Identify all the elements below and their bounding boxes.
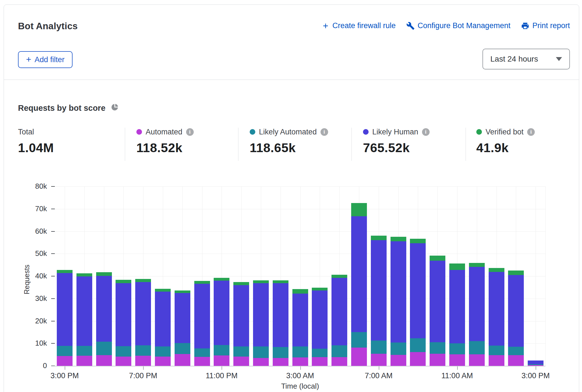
bar-segment-likely-automated bbox=[96, 342, 112, 355]
bar-segment-likely-automated bbox=[135, 345, 151, 356]
bar-segment-likely-automated bbox=[410, 338, 426, 352]
action-create-firewall-rule[interactable]: Create firewall rule bbox=[322, 21, 396, 30]
stat-total: Total 1.04M bbox=[18, 127, 54, 155]
stat-divider bbox=[351, 128, 352, 161]
bar-segment-likely-human bbox=[116, 283, 131, 346]
bar-segment-likely-automated bbox=[312, 349, 328, 357]
bar-segment-verified-bot bbox=[430, 256, 445, 261]
y-tick bbox=[51, 253, 55, 254]
bar-segment-likely-automated bbox=[351, 332, 367, 348]
bar-segment-automated bbox=[489, 355, 504, 366]
bar-segment-automated bbox=[371, 354, 387, 366]
y-axis-label: 50k bbox=[13, 249, 47, 258]
x-tick bbox=[143, 366, 144, 370]
bar-segment-verified-bot bbox=[233, 282, 249, 285]
stat-divider bbox=[238, 128, 238, 161]
bar-segment-likely-human bbox=[371, 240, 387, 341]
stat-label: Verified bot bbox=[486, 128, 524, 136]
bar-segment-verified-bot bbox=[155, 289, 171, 292]
time-range-value: Last 24 hours bbox=[490, 55, 556, 64]
bar-segment-automated bbox=[273, 358, 288, 366]
bar-segment-verified-bot bbox=[391, 237, 406, 241]
bar-segment-likely-automated bbox=[214, 345, 229, 355]
bar-segment-verified-bot bbox=[253, 280, 269, 283]
page-title: Bot Analytics bbox=[18, 21, 78, 31]
stacked-bar bbox=[57, 270, 73, 366]
stacked-bar bbox=[214, 278, 229, 366]
bar-segment-likely-human bbox=[508, 275, 524, 347]
bar-segment-verified-bot bbox=[410, 239, 426, 243]
legend-dot bbox=[363, 129, 369, 135]
stats-row: Total 1.04M Automatedi118.52kLikely Auto… bbox=[0, 127, 582, 162]
stacked-bar bbox=[449, 263, 465, 366]
bar-segment-automated bbox=[469, 354, 485, 366]
bar-segment-automated bbox=[292, 357, 308, 366]
stat-label: Likely Automated bbox=[259, 128, 317, 136]
action-label: Print report bbox=[532, 21, 570, 30]
y-axis-label: 70k bbox=[13, 204, 47, 213]
stacked-bar bbox=[135, 279, 151, 366]
stacked-bar bbox=[312, 288, 328, 366]
info-icon[interactable]: i bbox=[321, 128, 328, 136]
bar-segment-likely-human bbox=[312, 290, 328, 349]
bar-segment-likely-automated bbox=[371, 341, 387, 354]
legend-dot bbox=[250, 129, 255, 135]
stacked-bar bbox=[194, 281, 210, 366]
bar-segment-likely-human bbox=[489, 272, 504, 346]
bar-segment-likely-human bbox=[469, 267, 485, 341]
bar-segment-automated bbox=[391, 355, 406, 366]
stacked-bar bbox=[233, 282, 249, 366]
stacked-bar bbox=[351, 203, 367, 366]
bar-segment-likely-automated bbox=[233, 346, 249, 356]
x-tick bbox=[300, 366, 301, 370]
bar-segment-likely-automated bbox=[175, 343, 190, 354]
x-axis-label: 7:00 PM bbox=[112, 371, 174, 380]
bar-segment-automated bbox=[194, 357, 210, 366]
x-tick bbox=[379, 366, 379, 370]
time-range-dropdown[interactable]: Last 24 hours bbox=[482, 49, 570, 69]
bar-segment-verified-bot bbox=[57, 270, 73, 273]
bar-segment-automated bbox=[57, 356, 73, 366]
add-filter-label: Add filter bbox=[35, 55, 65, 64]
info-icon[interactable]: i bbox=[422, 128, 430, 136]
bar-segment-verified-bot bbox=[449, 263, 465, 270]
add-filter-button[interactable]: + Add filter bbox=[18, 51, 73, 68]
action-configure-bot-management[interactable]: Configure Bot Management bbox=[406, 21, 510, 30]
x-axis-label: 3:00 AM bbox=[269, 371, 331, 380]
bar-segment-verified-bot bbox=[371, 236, 387, 240]
bar-segment-likely-human bbox=[430, 261, 445, 342]
x-axis-label: 7:00 AM bbox=[348, 371, 410, 380]
x-tick bbox=[457, 366, 458, 370]
stacked-bar bbox=[508, 271, 524, 366]
stat-automated: Automatedi118.52k bbox=[136, 127, 194, 155]
bar-segment-automated bbox=[76, 356, 92, 366]
info-icon[interactable]: i bbox=[186, 128, 194, 136]
y-tick bbox=[51, 276, 55, 276]
bar-segment-likely-automated bbox=[76, 346, 92, 356]
x-axis-label: 11:00 PM bbox=[191, 371, 252, 380]
bar-segment-likely-automated bbox=[292, 346, 308, 357]
bar-segment-verified-bot bbox=[312, 288, 328, 290]
bar-segment-verified-bot bbox=[469, 263, 485, 267]
gridline-v bbox=[536, 186, 536, 366]
bar-segment-automated bbox=[175, 354, 190, 366]
info-icon[interactable]: i bbox=[527, 128, 535, 136]
plus-icon bbox=[322, 22, 330, 30]
bar-segment-likely-automated bbox=[489, 346, 504, 355]
stat-divider bbox=[466, 128, 466, 161]
bar-segment-automated bbox=[430, 354, 445, 366]
bar-segment-likely-human bbox=[214, 281, 229, 345]
bar-segment-likely-automated bbox=[155, 346, 171, 357]
x-axis-line bbox=[51, 366, 545, 366]
bar-segment-verified-bot bbox=[489, 268, 504, 272]
stat-label: Automated bbox=[146, 128, 182, 136]
bar-segment-likely-human bbox=[76, 276, 92, 346]
action-print-report[interactable]: Print report bbox=[521, 21, 570, 30]
bar-segment-verified-bot bbox=[214, 278, 229, 281]
stacked-bar bbox=[489, 268, 504, 366]
bar-segment-likely-human bbox=[233, 285, 249, 347]
y-axis-label: 20k bbox=[13, 317, 47, 325]
pie-chart-icon bbox=[110, 103, 119, 113]
bar-segment-likely-human bbox=[351, 216, 367, 332]
stacked-bar bbox=[96, 272, 112, 366]
